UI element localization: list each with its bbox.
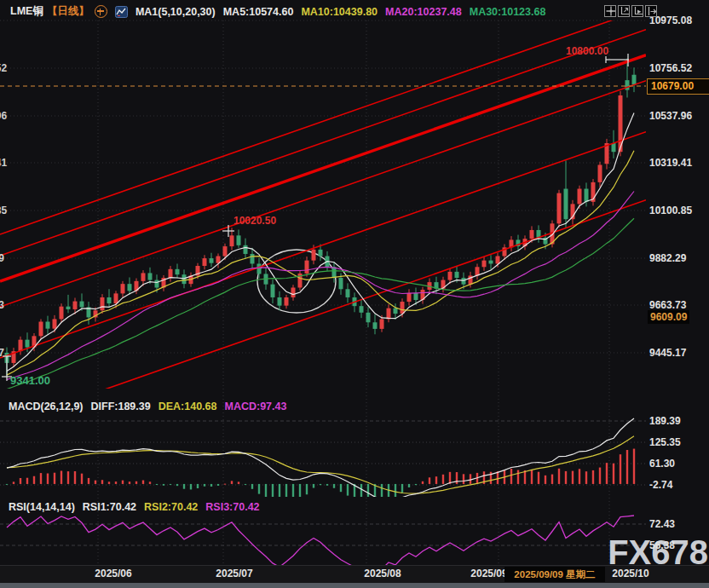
rsi-axis-label: 72.43 xyxy=(649,518,675,530)
macd-bar xyxy=(408,484,410,487)
candle-body xyxy=(332,267,337,278)
candle-body xyxy=(305,261,309,274)
jump-to-latest-icon xyxy=(646,5,656,17)
candle-body xyxy=(26,340,30,348)
macd-bar xyxy=(61,471,62,484)
macd-bar xyxy=(306,484,308,494)
macd-bar xyxy=(456,472,458,484)
candle-body xyxy=(128,284,132,291)
macd-bar xyxy=(40,473,42,484)
macd-bar xyxy=(333,484,335,488)
macd-bar xyxy=(401,484,403,493)
price-axis-label: 10319.41 xyxy=(649,157,692,169)
candle-body xyxy=(564,189,568,220)
rsi2-value: RSI2:70.42 xyxy=(144,501,198,513)
candle-body xyxy=(203,258,207,266)
macd-bar xyxy=(88,478,89,484)
macd-bar xyxy=(517,470,519,484)
macd-bar xyxy=(54,473,55,484)
candle-body xyxy=(19,340,23,352)
candle-body xyxy=(319,250,323,257)
clipped-price-label: 9445.17 xyxy=(0,347,4,359)
macd-bar xyxy=(20,478,21,484)
candle-body xyxy=(107,297,112,303)
macd-bar xyxy=(231,481,233,484)
macd-bar xyxy=(470,474,471,484)
candle-body xyxy=(401,302,405,314)
clipped-price-label: 10100.85 xyxy=(0,205,4,216)
macd-bar xyxy=(320,484,321,485)
macd-bar xyxy=(558,469,560,484)
pan-button[interactable] xyxy=(604,5,616,17)
macd-bar xyxy=(531,470,533,484)
trend-line xyxy=(0,30,646,256)
chart-header: LME铜 【日线】 MA1(5,10,20,30) MA5:10574.60 M… xyxy=(10,4,545,19)
macd-bar xyxy=(585,471,587,484)
candle-body xyxy=(489,261,493,264)
rsi1-value: RSI1:70.42 xyxy=(83,501,136,513)
candle-body xyxy=(366,313,371,322)
macd-bar xyxy=(67,471,69,484)
axis-zoom-y-button[interactable] xyxy=(618,5,630,17)
trend-line xyxy=(0,55,646,281)
macd-bar xyxy=(163,484,164,486)
candle-body xyxy=(39,322,43,337)
candle-body xyxy=(251,254,255,263)
candle-body xyxy=(60,307,64,320)
macd-bar xyxy=(395,484,396,498)
macd-bar xyxy=(497,471,499,484)
macd-value: MACD:97.43 xyxy=(225,401,287,412)
macd-bar xyxy=(367,484,369,504)
candle-body xyxy=(53,319,57,328)
candle-body xyxy=(244,245,248,254)
candle-body xyxy=(557,193,562,224)
candle-body xyxy=(46,322,50,329)
clipped-price-label: 10756.52 xyxy=(0,62,4,74)
macd-bar xyxy=(415,484,417,485)
price-axis-label: 10756.52 xyxy=(649,62,692,74)
candle-body xyxy=(346,289,350,297)
diff-line xyxy=(7,418,634,499)
jump-to-latest-button[interactable] xyxy=(645,5,657,17)
macd-bar xyxy=(442,475,444,484)
candle-body xyxy=(285,297,289,306)
chart-style-icon[interactable] xyxy=(115,6,128,18)
time-axis-label: 2025/10 xyxy=(612,568,648,579)
macd-bar xyxy=(142,481,144,484)
macd-axis-label: -2.74 xyxy=(649,479,672,491)
candle-body xyxy=(230,235,234,246)
ma5-line xyxy=(7,113,634,372)
candle-body xyxy=(373,322,378,329)
macd-bar xyxy=(265,484,267,499)
macd-header: MACD(26,12,9) DIFF:189.39 DEA:140.68 MAC… xyxy=(9,401,286,412)
selected-date-label: 2025/09/09 星期二 xyxy=(504,567,605,582)
horizontal-scrollbar[interactable] xyxy=(0,583,709,588)
macd-bar xyxy=(197,484,199,488)
candle-body xyxy=(155,280,159,288)
candle-body xyxy=(271,285,275,297)
symbol-title: LME铜 xyxy=(10,4,43,19)
rsi3-value: RSI3:70.42 xyxy=(205,501,259,513)
macd-bar xyxy=(95,481,96,484)
ma-group-label: MA1(5,10,20,30) xyxy=(135,6,216,18)
candle-body xyxy=(578,189,582,205)
macd-bar xyxy=(292,484,294,506)
circle-plus-icon[interactable] xyxy=(95,5,107,18)
ma10-line xyxy=(7,151,634,375)
time-axis-label: 2025/07 xyxy=(216,568,252,579)
macd-bar xyxy=(545,476,546,484)
axis-zoom-x-button[interactable] xyxy=(631,5,643,17)
macd-bar xyxy=(374,484,376,507)
macd-bar xyxy=(251,484,253,489)
macd-bar xyxy=(204,484,205,487)
marker-layer xyxy=(2,54,629,381)
macd-bar xyxy=(156,484,158,485)
ma20-value: MA20:10237.48 xyxy=(385,6,462,18)
candle-body xyxy=(312,250,316,261)
current-price-box: 10679.00 xyxy=(647,78,709,95)
time-axis-label: 2025/06 xyxy=(95,568,131,579)
macd-bar xyxy=(510,469,512,484)
price-axis-label: 10537.96 xyxy=(649,110,692,122)
macd-bar xyxy=(210,484,212,487)
price-axis-label: 9663.73 xyxy=(649,299,686,311)
